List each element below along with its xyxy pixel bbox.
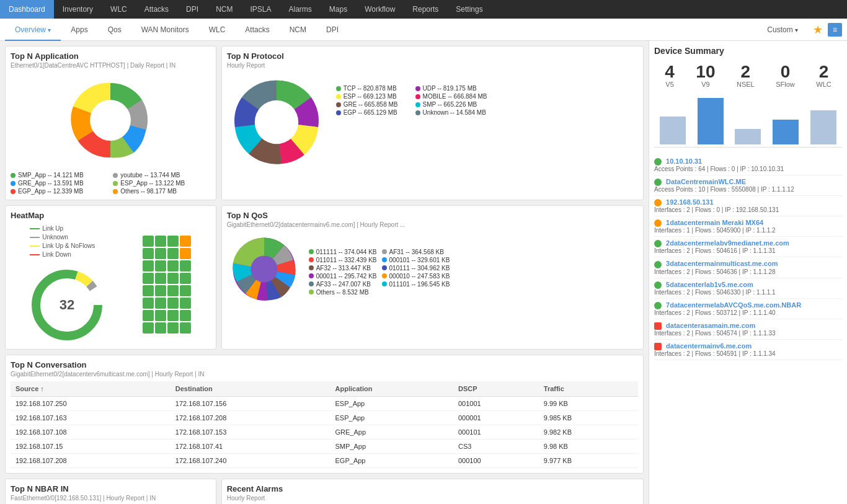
top-navigation: Dashboard Inventory WLC Attacks DPI NCM … — [0, 0, 847, 19]
subnav-wlc[interactable]: WLC — [199, 19, 236, 41]
cell-traffic: 9.977 KB — [539, 454, 638, 468]
top-n-application-legend: SMP_App -- 14.121 MB youtube -- 13.744 M… — [11, 172, 211, 195]
nav-settings[interactable]: Settings — [447, 0, 491, 19]
device-name[interactable]: datacenterasamain.me.com — [654, 322, 842, 330]
legend-item: GRE -- 665.858 MB — [336, 101, 408, 108]
cell-traffic: 9.99 KB — [539, 397, 638, 411]
count-wlc-num: 2 — [816, 63, 831, 81]
top-n-application-subtitle: Ethernet0/1[DataCentreAVC HTTPHOST] | Da… — [11, 62, 211, 69]
top-n-nbar-card: Top N NBAR IN FastEthernet0/0[192.168.50… — [5, 479, 216, 504]
nav-wlc[interactable]: WLC — [102, 0, 136, 19]
legend-item: 011011 -- 332.439 KB — [309, 257, 377, 263]
nav-dashboard[interactable]: Dashboard — [0, 0, 54, 19]
legend-item: 010111 -- 304.962 KB — [382, 265, 450, 272]
device-name[interactable]: datacentermainv6.me.com — [654, 342, 842, 350]
conversation-table: Source ↑ Destination Application DSCP Tr… — [11, 381, 638, 468]
conversation-table-body: 192.168.107.250 172.168.107.156 ESP_App … — [11, 397, 638, 468]
device-name[interactable]: 1datacentermain Meraki MX64 — [654, 219, 842, 227]
heatmap-cell — [143, 273, 154, 284]
nav-attacks[interactable]: Attacks — [136, 0, 177, 19]
nav-workflow[interactable]: Workflow — [356, 0, 404, 19]
device-name[interactable]: 7datacentermelabAVCQoS.me.com.NBAR — [654, 301, 842, 309]
col-dscp[interactable]: DSCP — [453, 381, 539, 397]
device-item-8: 7datacentermelabAVCQoS.me.com.NBAR Inter… — [654, 299, 842, 319]
nav-inventory[interactable]: Inventory — [54, 0, 102, 19]
subnav-attacks[interactable]: Attacks — [235, 19, 279, 41]
table-row: 192.168.107.108 172.168.107.153 GRE_App … — [11, 425, 638, 440]
device-status-icon — [654, 240, 662, 247]
nav-ncm[interactable]: NCM — [207, 0, 241, 19]
top-n-qos-subtitle: GigabitEthernet0/2[datacentermainv6.me.c… — [227, 221, 638, 228]
heatmap-cell — [167, 322, 179, 334]
heatmap-cell — [180, 248, 191, 259]
top-n-application-chart — [11, 74, 211, 167]
device-detail: Interfaces : 2 | Flows : 504636 | IP : 1… — [654, 268, 842, 275]
col-application[interactable]: Application — [330, 381, 453, 397]
cell-destination: 172.168.107.156 — [171, 397, 330, 411]
svg-point-3 — [254, 100, 298, 144]
device-counts: 4 V5 10 V9 2 NSEL 0 SFlow 2 WLC — [654, 63, 842, 88]
legend-item: EGP -- 665.129 MB — [336, 109, 408, 116]
heatmap-cell — [143, 310, 154, 321]
heatmap-cell — [143, 260, 154, 272]
subnav-overview[interactable]: Overview ▾ — [5, 19, 61, 41]
heatmap-cell — [155, 298, 166, 309]
subnav-custom[interactable]: Custom ▾ — [757, 19, 808, 41]
legend-item: UDP -- 819.175 MB — [415, 85, 487, 92]
device-name[interactable]: 3datacentermainmulticast.me.com — [654, 260, 842, 268]
device-item-7: 5datacenterlab1v5.me.com Interfaces : 2 … — [654, 278, 842, 299]
top-n-protocol-card: Top N Protocol Hourly Report — [221, 46, 644, 200]
nav-maps[interactable]: Maps — [321, 0, 356, 19]
cell-dscp: 000100 — [453, 454, 539, 468]
device-detail: Interfaces : 2 | Flows : 504616 | IP : 1… — [654, 247, 842, 254]
top-n-qos-card: Top N QoS GigabitEthernet0/2[datacenterm… — [221, 205, 644, 350]
nav-dpi[interactable]: DPI — [177, 0, 207, 19]
legend-dot — [336, 102, 341, 107]
cell-dscp: 000001 — [453, 411, 539, 425]
device-detail: Interfaces : 2 | Flows : 5046330 | IP : … — [654, 289, 842, 296]
heatmap-cell — [155, 310, 166, 321]
recent-alarms-title: Recent Alarms — [227, 484, 638, 493]
heatmap-cell — [180, 298, 191, 309]
conversation-table-container: Source ↑ Destination Application DSCP Tr… — [11, 381, 638, 468]
dashboard-menu-icon[interactable]: ≡ — [828, 23, 842, 37]
device-bar-chart — [654, 98, 842, 148]
subnav-dpi[interactable]: DPI — [316, 19, 348, 41]
heatmap-cell — [143, 322, 154, 334]
device-status-icon — [654, 219, 662, 227]
legend-dot — [382, 265, 387, 270]
device-name[interactable]: DataCentremainWLC.ME — [654, 178, 842, 186]
legend-dot — [113, 189, 118, 194]
heatmap-grid — [143, 236, 191, 334]
table-row: 192.168.107.250 172.168.107.156 ESP_App … — [11, 397, 638, 411]
nav-alarms[interactable]: Alarms — [280, 0, 320, 19]
count-v9: 10 V9 — [696, 63, 715, 88]
panels-area: Top N Application Ethernet0/1[DataCentre… — [0, 41, 649, 504]
device-name[interactable]: 5datacenterlab1v5.me.com — [654, 281, 842, 289]
noflows-line — [30, 245, 40, 247]
device-name[interactable]: 2datacentermelabv9medianet.me.com — [654, 239, 842, 247]
subnav-apps[interactable]: Apps — [61, 19, 97, 41]
col-traffic[interactable]: Traffic — [539, 381, 638, 397]
protocol-legend: TCP -- 820.878 MB UDP -- 819.175 MB ESP … — [336, 85, 487, 116]
subnav-qos[interactable]: Qos — [98, 19, 131, 41]
bar-nsel — [735, 129, 761, 144]
heatmap-cell — [167, 298, 179, 309]
col-destination[interactable]: Destination — [171, 381, 330, 397]
top-n-conversation-title: Top N Conversation — [11, 360, 638, 369]
device-detail: Access Points : 10 | Flows : 5550808 | I… — [654, 186, 842, 193]
device-status-icon — [654, 158, 662, 166]
legend-item: Others -- 98.177 MB — [113, 188, 210, 195]
subnav-ncm[interactable]: NCM — [280, 19, 316, 41]
count-v9-label: V9 — [696, 81, 715, 88]
nav-ipsla[interactable]: IPSLA — [241, 0, 280, 19]
col-source[interactable]: Source ↑ — [11, 381, 171, 397]
device-name[interactable]: 192.168.50.131 — [654, 198, 842, 206]
cell-destination: 172.168.107.41 — [171, 440, 330, 454]
cell-traffic: 9.982 KB — [539, 425, 638, 440]
device-name[interactable]: 10.10.10.31 — [654, 157, 842, 166]
nav-reports[interactable]: Reports — [404, 0, 447, 19]
subnav-wan-monitors[interactable]: WAN Monitors — [131, 19, 199, 41]
heatmap-cell — [155, 260, 166, 272]
favorite-icon[interactable]: ★ — [813, 23, 823, 37]
